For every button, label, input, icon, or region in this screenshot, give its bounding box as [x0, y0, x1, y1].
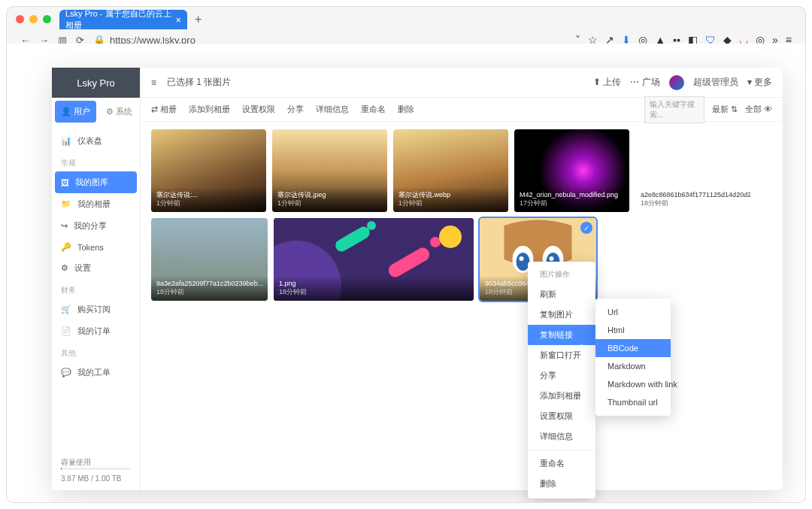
toolbar-delete[interactable]: 删除: [398, 104, 414, 115]
album-icon: 📁: [61, 199, 71, 209]
image-card[interactable]: M42_orion_nebula_modified.png17分钟前: [514, 129, 629, 212]
browser-viewport: Lsky Pro 👤用户 ⚙系统 📊仪表盘 常规 🖼我的图库 📁我的相册 ↪我的…: [6, 44, 806, 503]
more-button[interactable]: ▾ 更多: [747, 76, 772, 89]
ctx-add-album[interactable]: 添加到相册: [528, 386, 595, 406]
image-card[interactable]: 1.png18分钟前: [274, 218, 474, 301]
filter-toggle[interactable]: 全部 👁: [745, 104, 772, 115]
image-card[interactable]: 塞尔达传说.webp1分钟前: [393, 129, 508, 212]
sub-url[interactable]: Url: [595, 303, 671, 321]
ctx-copy-image[interactable]: 复制图片: [528, 304, 595, 325]
ctx-details[interactable]: 详细信息: [528, 426, 595, 447]
ctx-set-perm[interactable]: 设置权限: [528, 406, 595, 426]
upload-button[interactable]: ⬆ 上传: [593, 76, 621, 89]
nav-buy-sub[interactable]: 🛒购买订阅: [52, 298, 140, 320]
ctx-copy-link[interactable]: 复制链接: [528, 325, 595, 345]
context-menu-title: 图片操作: [528, 266, 595, 284]
nav-dashboard[interactable]: 📊仪表盘: [52, 130, 140, 152]
main-panel: ≡ 已选择 1 张图片 ⬆ 上传 ⋯ 广场 超级管理员 ▾ 更多 ⇄ 相册 添加…: [141, 68, 783, 490]
nav-my-gallery[interactable]: 🖼我的图库: [55, 171, 137, 193]
cart-icon: 🛒: [61, 304, 71, 314]
sub-thumb[interactable]: Thumbnail url: [595, 393, 671, 411]
tab-user[interactable]: 👤用户: [55, 101, 96, 123]
image-name: M42_orion_nebula_modified.png: [520, 191, 624, 200]
image-name: 1.png: [279, 280, 468, 289]
svg-point-12: [550, 256, 554, 261]
image-name: 9a3e2afa25209f77a1c2b0239beb...: [156, 280, 262, 289]
gear-icon: ⚙: [106, 107, 114, 117]
toolbar-add-album[interactable]: 添加到相册: [189, 104, 230, 115]
gallery: 塞尔达传说:...1分钟前 塞尔达传说.jpeg1分钟前 塞尔达传说.webp1…: [141, 122, 783, 308]
close-tab-icon[interactable]: ×: [175, 14, 181, 26]
ctx-rename[interactable]: 重命名: [528, 453, 595, 474]
image-time: 18分钟前: [641, 199, 745, 208]
image-card[interactable]: a2e8c86861b634f1771125d14d20d224.jpeg18分…: [635, 129, 750, 212]
nav-list: 📊仪表盘 常规 🖼我的图库 📁我的相册 ↪我的分享 🔑Tokens ⚙设置 财务…: [52, 126, 140, 388]
svg-point-11: [520, 256, 524, 261]
image-name: 塞尔达传说.webp: [398, 191, 503, 200]
toolbar-album[interactable]: ⇄ 相册: [151, 104, 177, 115]
image-card[interactable]: 塞尔达传说.jpeg1分钟前: [272, 129, 387, 212]
user-name: 超级管理员: [693, 76, 738, 89]
image-card[interactable]: 9a3e2afa25209f77a1c2b0239beb...18分钟前: [151, 218, 268, 301]
ctx-refresh[interactable]: 刷新: [528, 284, 595, 304]
avatar[interactable]: [669, 75, 684, 90]
close-window-button[interactable]: [16, 15, 24, 23]
sidebar: Lsky Pro 👤用户 ⚙系统 📊仪表盘 常规 🖼我的图库 📁我的相册 ↪我的…: [52, 68, 141, 490]
image-name: 塞尔达传说.jpeg: [277, 191, 382, 200]
svg-rect-3: [386, 245, 432, 280]
image-name: a2e8c86861b634f1771125d14d20d224.jpeg: [641, 191, 745, 200]
plaza-button[interactable]: ⋯ 广场: [630, 76, 659, 89]
sub-markdown[interactable]: Markdown: [595, 357, 671, 375]
window-controls: [16, 15, 51, 23]
new-tab-button[interactable]: +: [195, 13, 201, 26]
sub-bbcode[interactable]: BBCode: [595, 339, 671, 357]
nav-my-orders[interactable]: 📄我的订单: [52, 320, 140, 342]
image-time: 17分钟前: [520, 199, 624, 208]
menu-toggle-icon[interactable]: ≡: [151, 77, 156, 88]
sub-markdown-link[interactable]: Markdown with link: [595, 375, 671, 393]
ctx-delete[interactable]: 删除: [528, 474, 595, 494]
logo: Lsky Pro: [52, 68, 140, 98]
nav-my-albums[interactable]: 📁我的相册: [52, 193, 140, 215]
storage-text: 3.87 MB / 1.00 TB: [61, 474, 131, 483]
storage-label: 容量使用: [61, 457, 131, 468]
storage-progress: [61, 468, 131, 470]
nav-tokens[interactable]: 🔑Tokens: [52, 237, 140, 257]
minimize-window-button[interactable]: [29, 15, 38, 23]
sub-html[interactable]: Html: [595, 321, 671, 339]
nav-my-shares[interactable]: ↪我的分享: [52, 215, 140, 237]
nav-my-tickets[interactable]: 💬我的工单: [52, 362, 140, 383]
image-name: 塞尔达传说:...: [156, 191, 261, 200]
selection-text: 已选择 1 张图片: [167, 76, 231, 89]
ctx-open-new[interactable]: 新窗口打开: [528, 345, 595, 365]
sort-toggle[interactable]: 最新 ⇅: [712, 104, 738, 115]
gear-icon: ⚙: [61, 263, 68, 273]
toolbar-share[interactable]: 分享: [287, 104, 304, 115]
svg-rect-1: [333, 225, 371, 254]
image-time: 1分钟前: [156, 199, 261, 208]
browser-tab[interactable]: Lsky Pro - 属于您自己的云上相册 ×: [59, 10, 187, 29]
share-icon: ↪: [61, 221, 68, 231]
toolbar-set-permission[interactable]: 设置权限: [242, 104, 275, 115]
toolbar-rename[interactable]: 重命名: [361, 104, 386, 115]
list-icon: 📄: [61, 326, 71, 336]
svg-point-5: [439, 226, 462, 248]
image-time: 18分钟前: [156, 288, 262, 297]
nav-section-common: 常规: [52, 152, 140, 171]
separator: [528, 450, 595, 450]
app-window: Lsky Pro 👤用户 ⚙系统 📊仪表盘 常规 🖼我的图库 📁我的相册 ↪我的…: [52, 68, 783, 490]
nav-settings[interactable]: ⚙设置: [52, 257, 140, 279]
context-menu: 图片操作 刷新 复制图片 复制链接 新窗口打开 分享 添加到相册 设置权限 详细…: [528, 262, 595, 498]
toolbar-details[interactable]: 详细信息: [316, 104, 349, 115]
ctx-share[interactable]: 分享: [528, 365, 595, 386]
toolbar: ⇄ 相册 添加到相册 设置权限 分享 详细信息 重命名 删除 输入关键字搜索..…: [141, 98, 783, 122]
topbar: ≡ 已选择 1 张图片 ⬆ 上传 ⋯ 广场 超级管理员 ▾ 更多: [141, 68, 783, 98]
search-input[interactable]: 输入关键字搜索...: [644, 96, 704, 123]
ticket-icon: 💬: [61, 368, 71, 377]
gauge-icon: 📊: [61, 136, 71, 146]
image-time: 18分钟前: [279, 288, 468, 297]
tab-system[interactable]: ⚙系统: [99, 98, 141, 126]
maximize-window-button[interactable]: [43, 15, 51, 23]
svg-point-4: [430, 237, 441, 247]
image-card[interactable]: 塞尔达传说:...1分钟前: [151, 129, 266, 212]
